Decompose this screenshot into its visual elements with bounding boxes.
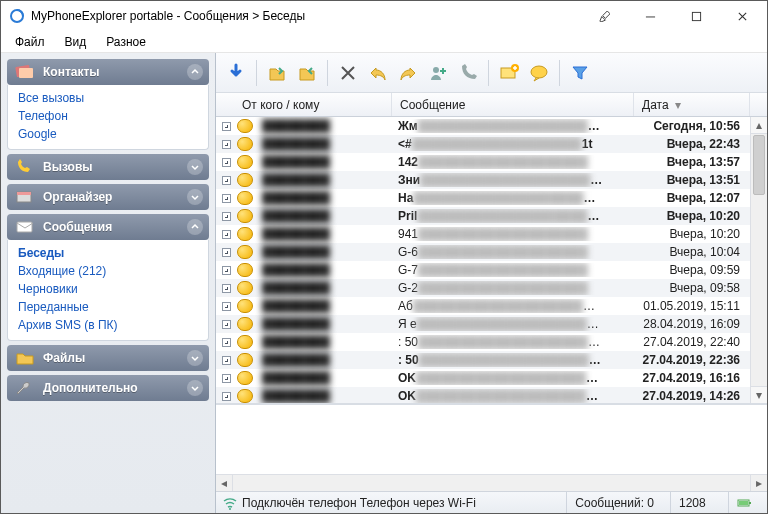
scroll-left-icon[interactable]: ◂ bbox=[216, 475, 233, 491]
export-button[interactable] bbox=[293, 59, 321, 87]
sort-desc-icon: ▾ bbox=[675, 98, 681, 112]
toolbar bbox=[216, 53, 767, 93]
table-row[interactable]: ████████Жм████████████████████…Сегодня, … bbox=[216, 117, 750, 135]
panel-extra-header[interactable]: Дополнительно bbox=[7, 375, 209, 401]
expand-icon[interactable] bbox=[216, 356, 234, 365]
expand-icon[interactable] bbox=[216, 302, 234, 311]
svg-point-11 bbox=[531, 66, 547, 78]
table-row[interactable]: ████████<#████████████████████1tВчера, 2… bbox=[216, 135, 750, 153]
menu-file[interactable]: Файл bbox=[7, 33, 53, 51]
expand-icon[interactable] bbox=[216, 374, 234, 383]
expand-icon[interactable] bbox=[216, 140, 234, 149]
table-row[interactable]: ████████G-2████████████████████Вчера, 09… bbox=[216, 279, 750, 297]
sidebar-item[interactable]: Google bbox=[18, 125, 198, 143]
col-message[interactable]: Сообщение bbox=[392, 93, 634, 116]
menu-misc[interactable]: Разное bbox=[98, 33, 154, 51]
expand-icon[interactable] bbox=[216, 122, 234, 131]
expand-icon[interactable] bbox=[216, 266, 234, 275]
download-button[interactable] bbox=[222, 59, 250, 87]
panel-calls-header[interactable]: Вызовы bbox=[7, 154, 209, 180]
cell-from: ████████ bbox=[256, 209, 392, 223]
reply-button[interactable] bbox=[364, 59, 392, 87]
expand-icon[interactable] bbox=[216, 212, 234, 221]
new-message-button[interactable] bbox=[495, 59, 523, 87]
cell-from: ████████ bbox=[256, 371, 392, 385]
table-row[interactable]: ████████Pril████████████████████…Вчера, … bbox=[216, 207, 750, 225]
col-date[interactable]: Дата▾ bbox=[634, 93, 750, 116]
maximize-button[interactable] bbox=[673, 1, 719, 31]
expand-icon[interactable] bbox=[216, 338, 234, 347]
message-bubble-icon bbox=[234, 155, 256, 169]
sidebar-item-archive[interactable]: Архив SMS (в ПК) bbox=[18, 316, 198, 334]
vertical-scrollbar[interactable]: ▴ ▾ bbox=[750, 117, 767, 403]
status-msg-count: Сообщений: 0 bbox=[566, 492, 662, 513]
horizontal-scrollbar[interactable]: ◂ ▸ bbox=[216, 474, 767, 491]
cell-date: 27.04.2019, 16:16 bbox=[634, 371, 750, 385]
sidebar-item-conversations[interactable]: Беседы bbox=[18, 244, 198, 262]
cell-from: ████████ bbox=[256, 119, 392, 133]
chat-button[interactable] bbox=[525, 59, 553, 87]
table-row[interactable]: ████████: 50████████████████████…27.04.2… bbox=[216, 333, 750, 351]
expand-icon[interactable] bbox=[216, 194, 234, 203]
svg-point-8 bbox=[433, 67, 439, 73]
panel-organizer-title: Органайзер bbox=[43, 190, 112, 204]
scroll-right-icon[interactable]: ▸ bbox=[750, 475, 767, 491]
filter-button[interactable] bbox=[566, 59, 594, 87]
import-button[interactable] bbox=[263, 59, 291, 87]
panel-organizer-header[interactable]: Органайзер bbox=[7, 184, 209, 210]
scroll-down-icon[interactable]: ▾ bbox=[751, 386, 767, 403]
cell-date: 01.05.2019, 15:11 bbox=[634, 299, 750, 313]
call-button[interactable] bbox=[454, 59, 482, 87]
cell-message: OK████████████████████… bbox=[392, 371, 634, 385]
expand-icon[interactable] bbox=[216, 158, 234, 167]
sidebar-item[interactable]: Все вызовы bbox=[18, 89, 198, 107]
table-row[interactable]: ████████Я е████████████████████…28.04.20… bbox=[216, 315, 750, 333]
add-contact-button[interactable] bbox=[424, 59, 452, 87]
panel-files-header[interactable]: Файлы bbox=[7, 345, 209, 371]
table-row[interactable]: ████████142████████████████████Вчера, 13… bbox=[216, 153, 750, 171]
col-from[interactable]: От кого / кому bbox=[234, 93, 392, 116]
sidebar-item[interactable]: Телефон bbox=[18, 107, 198, 125]
table-row[interactable]: ████████OK████████████████████…27.04.201… bbox=[216, 369, 750, 387]
table-row[interactable]: ████████G-6████████████████████Вчера, 10… bbox=[216, 243, 750, 261]
cell-from: ████████ bbox=[256, 335, 392, 349]
message-bubble-icon bbox=[234, 389, 256, 403]
delete-button[interactable] bbox=[334, 59, 362, 87]
sidebar-item-inbox[interactable]: Входящие (212) bbox=[18, 262, 198, 280]
expand-icon[interactable] bbox=[216, 392, 234, 401]
table-row[interactable]: ████████941████████████████████Вчера, 10… bbox=[216, 225, 750, 243]
table-row[interactable]: ████████Зни████████████████████…Вчера, 1… bbox=[216, 171, 750, 189]
panel-contacts-header[interactable]: Контакты bbox=[7, 59, 209, 85]
message-bubble-icon bbox=[234, 245, 256, 259]
status-battery bbox=[728, 492, 761, 513]
panel-contacts-body: Все вызовы Телефон Google bbox=[7, 85, 209, 150]
scroll-thumb[interactable] bbox=[753, 135, 765, 195]
panel-messages-header[interactable]: Сообщения bbox=[7, 214, 209, 240]
expand-icon[interactable] bbox=[216, 176, 234, 185]
expand-icon[interactable] bbox=[216, 230, 234, 239]
sidebar-item-sent[interactable]: Переданные bbox=[18, 298, 198, 316]
grid-rows: ████████Жм████████████████████…Сегодня, … bbox=[216, 117, 750, 403]
table-row[interactable]: ████████OK████████████████████…27.04.201… bbox=[216, 387, 750, 403]
menu-view[interactable]: Вид bbox=[57, 33, 95, 51]
messages-icon bbox=[15, 219, 35, 235]
scroll-up-icon[interactable]: ▴ bbox=[751, 117, 767, 134]
edit-draw-icon[interactable] bbox=[581, 1, 627, 31]
minimize-button[interactable] bbox=[627, 1, 673, 31]
expand-icon[interactable] bbox=[216, 284, 234, 293]
svg-rect-14 bbox=[749, 502, 751, 504]
expand-icon[interactable] bbox=[216, 320, 234, 329]
expand-icon[interactable] bbox=[216, 248, 234, 257]
cell-from: ████████ bbox=[256, 299, 392, 313]
svg-point-12 bbox=[229, 508, 231, 510]
cell-message: 142████████████████████ bbox=[392, 155, 634, 169]
table-row[interactable]: ████████Аб████████████████████…01.05.201… bbox=[216, 297, 750, 315]
status-total: 1208 bbox=[670, 492, 720, 513]
close-button[interactable] bbox=[719, 1, 765, 31]
sidebar-item-drafts[interactable]: Черновики bbox=[18, 280, 198, 298]
table-row[interactable]: ████████На████████████████████…Вчера, 12… bbox=[216, 189, 750, 207]
forward-button[interactable] bbox=[394, 59, 422, 87]
table-row[interactable]: ████████G-7████████████████████Вчера, 09… bbox=[216, 261, 750, 279]
wrench-icon bbox=[15, 380, 35, 396]
table-row[interactable]: ████████: 50████████████████████…27.04.2… bbox=[216, 351, 750, 369]
